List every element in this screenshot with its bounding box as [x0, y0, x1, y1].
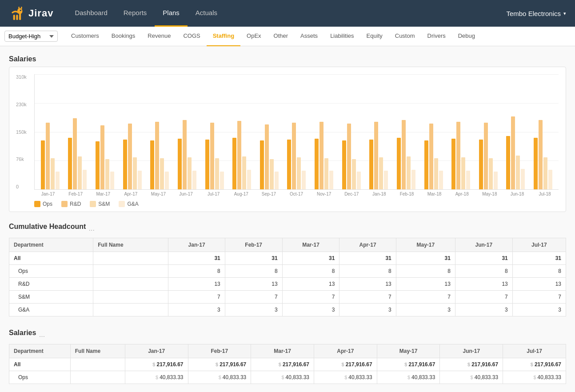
tab-bookings[interactable]: Bookings [105, 27, 141, 46]
legend-color-rd [61, 201, 68, 207]
col-feb17: Feb-17 [225, 238, 282, 252]
col-mar17: Mar-17 [282, 238, 339, 252]
tab-liabilities[interactable]: Liabilities [324, 27, 360, 46]
sal-col-may17: May-17 [377, 344, 440, 358]
bar-bar-ops-8 [260, 140, 264, 189]
month-bars-9 [283, 123, 311, 189]
tab-assets[interactable]: Assets [294, 27, 324, 46]
x-label-10: Nov-17 [310, 192, 338, 196]
table-cell: 13 [168, 278, 225, 291]
table-cell: 13 [396, 278, 455, 291]
table-cell: 13 [282, 278, 339, 291]
col-may17: May-17 [396, 238, 455, 252]
bar-bar-rd-0 [46, 123, 50, 189]
budget-select[interactable]: Budget-High Budget-Low Budget-Mid [4, 31, 58, 42]
legend-ga: G&A [119, 201, 138, 207]
chart-x-labels: Jan-17Feb-17Mar-17Apr-17May-17Jun-17Jul-… [34, 192, 559, 196]
legend-rd: R&D [61, 201, 81, 207]
x-label-7: Aug-17 [228, 192, 255, 196]
table-cell: 7 [339, 291, 396, 304]
bar-bar-sm-15 [461, 157, 465, 189]
month-bars-14 [420, 124, 447, 189]
bar-bar-ga-17 [521, 169, 525, 189]
tab-other[interactable]: Other [268, 27, 295, 46]
x-label-11: Dec-17 [338, 192, 365, 196]
company-selector[interactable]: Tembo Electronics ▾ [506, 10, 566, 17]
nav-dashboard[interactable]: Dashboard [67, 0, 115, 27]
bar-bar-ga-7 [247, 170, 251, 189]
tab-cogs[interactable]: COGS [177, 27, 206, 46]
bar-bar-sm-6 [215, 158, 219, 189]
table-row: Ops8888888 [9, 265, 566, 278]
table-cell: All [9, 358, 71, 371]
table-cell: R&D [9, 278, 93, 291]
tab-staffing[interactable]: Staffing [207, 27, 240, 46]
tab-drivers[interactable]: Drivers [421, 27, 452, 46]
logo[interactable]: Jirav [9, 4, 53, 22]
legend-color-ops [34, 201, 40, 207]
nav-actuals[interactable]: Actuals [188, 0, 225, 27]
table-cell: G&A [9, 304, 93, 316]
table-cell [93, 278, 168, 291]
table-cell: $ 217,916.67 [314, 358, 377, 371]
legend-color-ga [119, 201, 125, 207]
bar-bar-rd-3 [128, 124, 132, 189]
tab-equity[interactable]: Equity [360, 27, 389, 46]
salaries-table-section: Salaries … Department Full Name Jan-17 F… [9, 329, 566, 384]
nav-reports[interactable]: Reports [116, 0, 155, 27]
bar-bar-rd-18 [539, 120, 543, 189]
nav-links: Dashboard Reports Plans Actuals [67, 0, 225, 27]
tab-opex[interactable]: OpEx [240, 27, 268, 46]
bar-bar-ga-15 [466, 171, 470, 189]
tab-debug[interactable]: Debug [452, 27, 481, 46]
month-bars-17 [502, 116, 530, 189]
legend-label-rd: R&D [70, 201, 81, 207]
sal-col-department: Department [9, 344, 71, 358]
salaries-table-body: All$ 217,916.67$ 217,916.67$ 217,916.67$… [9, 358, 566, 384]
x-label-5: Jun-17 [172, 192, 200, 196]
table-cell: $ 40,833.33 [377, 371, 440, 384]
bar-bar-sm-8 [270, 159, 274, 189]
bar-bar-rd-14 [429, 124, 433, 189]
table-row: All$ 217,916.67$ 217,916.67$ 217,916.67$… [9, 358, 566, 371]
table-cell: 13 [225, 278, 282, 291]
table-cell [93, 252, 168, 265]
table-cell: 8 [455, 265, 512, 278]
nav-plans[interactable]: Plans [155, 0, 188, 27]
bar-bar-sm-9 [297, 157, 301, 189]
table-cell: 3 [396, 304, 455, 316]
month-bars-16 [475, 123, 502, 189]
bar-bar-rd-10 [319, 122, 323, 189]
bar-bar-rd-15 [456, 122, 460, 189]
bar-bar-ga-0 [56, 172, 60, 189]
col-apr17: Apr-17 [339, 238, 396, 252]
table-cell: $ 217,916.67 [440, 358, 503, 371]
table-cell: 7 [455, 291, 512, 304]
bar-bar-ga-18 [548, 170, 552, 189]
table-cell: 3 [512, 304, 566, 316]
bar-bar-ops-1 [68, 138, 72, 189]
table-cell: 13 [455, 278, 512, 291]
top-nav: Jirav Dashboard Reports Plans Actuals Te… [0, 0, 575, 27]
x-label-3: Apr-17 [117, 192, 144, 196]
bar-bar-rd-9 [292, 123, 296, 189]
bar-bar-ops-16 [479, 140, 483, 189]
bar-bar-ga-14 [439, 171, 443, 189]
table-cell: 3 [168, 304, 225, 316]
table-cell: 31 [455, 252, 512, 265]
tab-custom[interactable]: Custom [389, 27, 421, 46]
bar-bar-sm-12 [379, 157, 383, 189]
table-cell: 13 [512, 278, 566, 291]
table-cell [93, 265, 168, 278]
sal-col-jul17: Jul-17 [503, 344, 566, 358]
legend-label-ga: G&A [127, 201, 138, 207]
tab-customers[interactable]: Customers [65, 27, 105, 46]
giraffe-icon [9, 4, 25, 22]
table-cell: $ 40,833.33 [503, 371, 566, 384]
tab-revenue[interactable]: Revenue [141, 27, 177, 46]
table-cell: $ 217,916.67 [251, 358, 314, 371]
x-label-8: Sep-17 [255, 192, 283, 196]
table-cell: 3 [339, 304, 396, 316]
table-cell: $ 40,833.33 [251, 371, 314, 384]
table-row: S&M7777777 [9, 291, 566, 304]
